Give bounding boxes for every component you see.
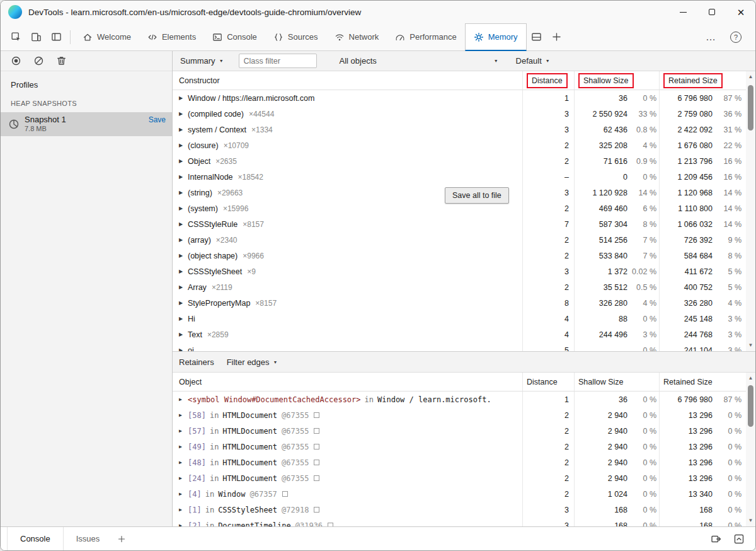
column-header-retained-size[interactable]: Retained Size xyxy=(663,378,713,386)
constructor-row[interactable]: ▶InternalNode×18542–00 %1 209 45616 % xyxy=(173,169,755,185)
node-select[interactable]: Default ▼ xyxy=(516,56,550,66)
help-icon[interactable]: ? xyxy=(730,32,742,43)
snapshot-item[interactable]: Snapshot 1 Save 7.8 MB xyxy=(1,112,172,136)
expand-arrow-icon[interactable]: ▶ xyxy=(179,284,188,290)
tab-memory[interactable]: Memory xyxy=(465,23,527,51)
tab-elements[interactable]: Elements xyxy=(139,23,204,50)
expand-arrow-icon[interactable]: ▶ xyxy=(179,142,188,148)
tab-sources[interactable]: Sources xyxy=(265,23,326,50)
focus-panel-icon[interactable] xyxy=(46,27,66,47)
reveal-box-icon[interactable] xyxy=(314,412,319,418)
retainer-row[interactable]: ▶[4]inWindow@6735721 0240 %13 3400 % xyxy=(173,486,755,502)
expand-arrow-icon[interactable]: ▶ xyxy=(179,174,188,180)
expand-arrow-icon[interactable]: ▶ xyxy=(179,127,188,132)
expand-arrow-icon[interactable]: ▶ xyxy=(179,332,188,337)
retainer-row[interactable]: ▶[48]inHTMLDocument@6735522 9400 %13 296… xyxy=(173,455,755,470)
scroll-down-icon[interactable]: ▼ xyxy=(746,516,755,525)
add-tab-icon[interactable] xyxy=(547,27,567,47)
expand-arrow-icon[interactable]: ▶ xyxy=(179,412,188,418)
tab-welcome[interactable]: Welcome xyxy=(74,23,139,50)
perspective-select[interactable]: Summary ▼ xyxy=(180,56,224,66)
drawer-tab-issues[interactable]: Issues xyxy=(64,527,113,550)
scrollbar-thumb[interactable] xyxy=(748,385,753,427)
constructor-row[interactable]: ▶Object×2635271 6160.9 %1 213 79616 % xyxy=(173,153,755,169)
constructor-row[interactable]: ▶(closure)×107092325 2084 %1 676 08022 % xyxy=(173,137,755,153)
save-all-to-file-button[interactable]: Save all to file xyxy=(445,187,509,204)
retainer-row[interactable]: ▶[49]inHTMLDocument@6735522 9400 %13 296… xyxy=(173,439,755,455)
retainer-row[interactable]: ▶[1]inCSSStyleSheet@7291831680 %1680 % xyxy=(173,502,755,518)
constructor-row[interactable]: ▶(array)×23402514 2567 %726 3929 % xyxy=(173,232,755,248)
scroll-up-icon[interactable]: ▲ xyxy=(746,374,755,383)
constructor-row[interactable]: ▶CSSStyleRule×81577587 3048 %1 066 03214… xyxy=(173,216,755,232)
retainer-row[interactable]: ▶[24]inHTMLDocument@6735522 9400 %13 296… xyxy=(173,470,755,486)
more-options-icon[interactable]: … xyxy=(701,32,721,43)
expand-arrow-icon[interactable]: ▶ xyxy=(179,491,188,497)
objects-select[interactable]: All objects ▼ xyxy=(340,56,498,66)
expand-arrow-icon[interactable]: ▶ xyxy=(179,300,188,306)
retainers-scrollbar[interactable]: ▲ ▼ xyxy=(746,373,755,526)
retainer-row[interactable]: ▶[57]inHTMLDocument@6735522 9400 %13 296… xyxy=(173,423,755,439)
retainer-row[interactable]: ▶<symbol Window#DocumentCachedAccessor>i… xyxy=(173,392,755,407)
constructor-row[interactable]: ▶(compiled code)×4454432 550 92433 %2 75… xyxy=(173,106,755,122)
reveal-box-icon[interactable] xyxy=(328,523,333,526)
retainer-row[interactable]: ▶[58]inHTMLDocument@6735522 9400 %13 296… xyxy=(173,407,755,423)
minimize-button[interactable] xyxy=(668,1,697,23)
tab-performance[interactable]: Performance xyxy=(387,23,464,50)
open-console-panel-icon[interactable] xyxy=(709,531,724,547)
constructor-row[interactable]: ▶system / Context×1334362 4360.8 %2 422 … xyxy=(173,122,755,137)
expand-arrow-icon[interactable]: ▶ xyxy=(179,347,188,351)
scrollbar-thumb[interactable] xyxy=(748,85,753,130)
expand-arrow-icon[interactable]: ▶ xyxy=(179,253,188,258)
drawer-tab-console[interactable]: Console xyxy=(7,527,64,550)
expand-arrow-icon[interactable]: ▶ xyxy=(179,444,188,450)
reveal-box-icon[interactable] xyxy=(282,491,288,497)
expand-arrow-icon[interactable]: ▶ xyxy=(179,507,188,513)
delete-profile-button[interactable] xyxy=(55,55,67,67)
tab-console[interactable]: Console xyxy=(204,23,265,50)
reveal-box-icon[interactable] xyxy=(314,507,319,513)
constructor-row[interactable]: ▶Hi4880 %245 1483 % xyxy=(173,311,755,327)
expand-arrow-icon[interactable]: ▶ xyxy=(179,158,188,164)
column-header-distance[interactable]: Distance xyxy=(527,378,558,386)
filter-edges-select[interactable]: Filter edges ▼ xyxy=(227,357,278,367)
expand-arrow-icon[interactable]: ▶ xyxy=(179,190,188,195)
reveal-box-icon[interactable] xyxy=(314,475,319,481)
device-emulation-icon[interactable] xyxy=(26,27,46,47)
constructor-row[interactable]: ▶Text×28594244 4963 %244 7683 % xyxy=(173,327,755,342)
expand-arrow-icon[interactable]: ▶ xyxy=(179,316,188,322)
column-header-shallow-size[interactable]: Shallow Size xyxy=(578,378,624,386)
constructor-row[interactable]: ▶Window / https://learn.microsoft.com136… xyxy=(173,90,755,106)
clear-profiles-button[interactable] xyxy=(32,55,45,67)
maximize-button[interactable] xyxy=(697,1,726,23)
expand-arrow-icon[interactable]: ▶ xyxy=(179,269,188,274)
scroll-down-icon[interactable]: ▼ xyxy=(746,341,755,350)
retainer-row[interactable]: ▶[2]inDocumentTimeline@3193631680 %1680 … xyxy=(173,518,755,526)
constructor-row[interactable]: ▶Array×2119235 5120.5 %400 7525 % xyxy=(173,279,755,295)
column-header-distance[interactable]: Distance xyxy=(527,73,568,88)
expand-arrow-icon[interactable]: ▶ xyxy=(179,206,188,211)
scroll-up-icon[interactable]: ▲ xyxy=(746,72,755,81)
expand-arrow-icon[interactable]: ▶ xyxy=(179,237,188,243)
expand-arrow-icon[interactable]: ▶ xyxy=(179,475,188,481)
expand-arrow-icon[interactable]: ▶ xyxy=(179,428,188,434)
column-header-shallow-size[interactable]: Shallow Size xyxy=(578,73,634,88)
expand-arrow-icon[interactable]: ▶ xyxy=(179,221,188,227)
class-filter-input[interactable] xyxy=(239,54,317,68)
snapshot-save-link[interactable]: Save xyxy=(149,116,166,125)
constructor-row[interactable]: ▶(object shape)×99662533 8407 %584 6848 … xyxy=(173,248,755,264)
column-header-retained-size[interactable]: Retained Size xyxy=(663,73,723,88)
tab-network[interactable]: Network xyxy=(326,23,387,50)
constructor-row[interactable]: ▶CSSStyleSheet×931 3720.02 %411 6725 % xyxy=(173,264,755,279)
expand-drawer-icon[interactable] xyxy=(731,531,747,547)
reveal-box-icon[interactable] xyxy=(314,444,319,450)
constructor-row[interactable]: ▶StylePropertyMap×81578326 2804 %326 280… xyxy=(173,295,755,311)
inspect-icon[interactable] xyxy=(6,27,26,47)
expand-arrow-icon[interactable]: ▶ xyxy=(179,111,188,117)
column-header-constructor[interactable]: Constructor xyxy=(179,76,220,85)
record-heap-snapshot-button[interactable] xyxy=(9,55,22,67)
close-button[interactable]: ✕ xyxy=(726,1,755,23)
reveal-box-icon[interactable] xyxy=(314,428,319,434)
constructor-row[interactable]: ▶oi50 %241 1043 % xyxy=(173,342,755,351)
expand-arrow-icon[interactable]: ▶ xyxy=(179,95,188,101)
expand-arrow-icon[interactable]: ▶ xyxy=(179,460,188,465)
